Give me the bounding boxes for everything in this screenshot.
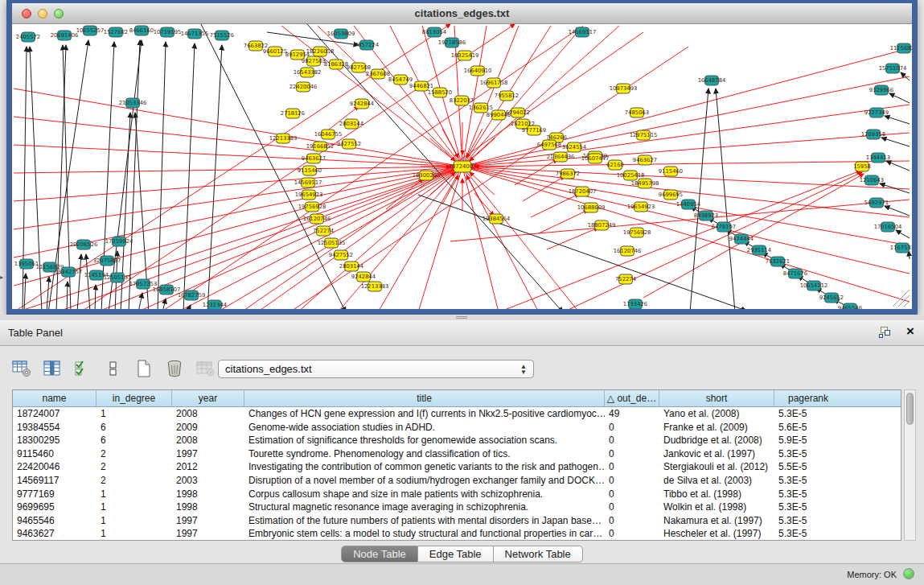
graph-node[interactable]: 2367608 <box>366 69 390 79</box>
panel-divider[interactable] <box>0 315 924 320</box>
row-select-icon[interactable] <box>72 358 93 379</box>
graph-node[interactable]: 1395061 <box>14 259 39 269</box>
minimize-window-button[interactable] <box>38 9 47 19</box>
close-panel-icon[interactable]: × <box>906 324 914 339</box>
float-panel-icon[interactable] <box>879 327 892 339</box>
graph-node[interactable]: 10688609 <box>577 203 606 212</box>
graph-node[interactable]: 9660125 <box>263 47 287 56</box>
graph-node[interactable]: 6497568 <box>537 140 561 150</box>
graph-node[interactable]: 6479197 <box>712 222 736 232</box>
graph-node[interactable]: 2935114 <box>747 245 771 255</box>
new-table-icon[interactable] <box>133 358 154 379</box>
table-row[interactable]: 1456911722003Disruption of a novel membe… <box>13 474 901 488</box>
graph-node[interactable]: 16053809 <box>327 29 355 39</box>
graph-node[interactable]: 9463627 <box>302 154 326 163</box>
graph-node[interactable]: 18720407 <box>569 187 597 196</box>
graph-node[interactable]: 1362615 <box>469 103 493 113</box>
graph-node[interactable]: 1527602 <box>104 27 128 37</box>
graph-node[interactable]: 8466160 <box>129 26 154 35</box>
graph-node[interactable]: 19166852 <box>306 142 335 151</box>
graph-node[interactable]: 9827503 <box>302 56 326 66</box>
graph-node[interactable]: 16543382 <box>294 68 322 77</box>
graph-node[interactable]: 16961758 <box>480 78 508 88</box>
graph-node[interactable]: 7986372 <box>556 169 580 179</box>
graph-node[interactable]: 3624554 <box>562 142 586 152</box>
graph-node[interactable]: 16782759 <box>178 290 206 300</box>
graph-node[interactable]: 19384554 <box>483 214 511 224</box>
graph-node[interactable]: 32975887 <box>93 256 121 266</box>
graph-node[interactable]: 1232344 <box>203 300 227 309</box>
graph-node[interactable]: 19218586 <box>438 38 466 47</box>
graph-node[interactable]: 14569117 <box>569 27 597 37</box>
graph-node[interactable]: 1344413 <box>866 153 890 163</box>
graph-node[interactable]: 9474444 <box>729 234 754 244</box>
graph-node[interactable]: 9465546 <box>838 303 862 309</box>
graph-node[interactable]: 14569117 <box>294 178 322 187</box>
window-titlebar[interactable]: citations_edges.txt <box>12 3 912 24</box>
graph-node[interactable]: 12213383 <box>269 134 298 143</box>
graph-node[interactable]: 10607447 <box>581 154 610 163</box>
column-header[interactable]: name <box>13 390 97 406</box>
graph-node[interactable]: 14671355 <box>181 29 209 39</box>
tab-node-table[interactable]: Node Table <box>341 546 418 562</box>
column-header[interactable]: title <box>244 390 605 406</box>
graph-node[interactable]: 10719195 <box>154 27 182 37</box>
graph-node[interactable]: 5692971 <box>864 198 889 208</box>
graph-node[interactable]: 7857224 <box>355 40 379 50</box>
table-row[interactable]: 1872400712008Changes of HCN gene express… <box>13 407 901 421</box>
graph-node[interactable]: 16120746 <box>303 214 331 224</box>
graph-node[interactable]: 12975115 <box>630 130 658 140</box>
graph-node[interactable]: 8322037 <box>450 96 474 105</box>
tab-edge-table[interactable]: Edge Table <box>418 546 494 562</box>
graph-node[interactable]: 17359924 <box>105 237 133 246</box>
table-row[interactable]: 946554611997Estimation of the future num… <box>13 514 901 528</box>
graph-node[interactable]: 10655257 <box>76 26 105 35</box>
graph-node[interactable]: 11156829 <box>890 43 912 53</box>
table-row[interactable]: 946362711997Embryonic stem cells: a mode… <box>13 527 901 540</box>
graph-node[interactable]: 16046755 <box>314 130 343 139</box>
graph-node[interactable]: 9242844 <box>351 272 376 282</box>
graph-node[interactable]: 22420046 <box>290 82 318 92</box>
graph-node[interactable]: 9463627 <box>633 155 657 165</box>
table-row[interactable]: 1830029562008Estimation of significance … <box>13 434 901 447</box>
column-header[interactable]: △ out_de… <box>605 390 659 406</box>
collapsed-panel-arrow-icon[interactable]: ▸ <box>0 274 3 281</box>
graph-node[interactable]: 12213383 <box>361 282 389 291</box>
tab-network-table[interactable]: Network Table <box>494 546 583 562</box>
table-row[interactable]: 969969511998Structural magnetic resonanc… <box>13 501 901 514</box>
graph-node[interactable]: 8938923 <box>694 211 718 220</box>
graph-node[interactable]: 62160 <box>606 160 624 170</box>
graph-node[interactable]: 752274 <box>313 226 334 236</box>
graph-node[interactable]: 20206526 <box>70 240 98 249</box>
column-header[interactable]: short <box>659 390 774 406</box>
column-header[interactable]: pagerank <box>774 390 842 406</box>
graph-node[interactable]: 7485063 <box>625 108 649 117</box>
graph-node[interactable]: 1210643 <box>860 175 884 185</box>
graph-node[interactable]: 8471676 <box>783 269 807 278</box>
window-resize-grip-icon[interactable] <box>893 290 910 307</box>
column-header[interactable]: in_degree <box>97 390 172 406</box>
graph-node[interactable]: 13942757 <box>55 267 83 277</box>
graph-node[interactable]: 9227349 <box>864 108 889 117</box>
graph-node[interactable]: 15958 <box>853 162 871 171</box>
graph-node[interactable]: 16648784 <box>698 76 726 85</box>
table-row[interactable]: 977716911998Corpus callosum shape and si… <box>13 488 901 501</box>
graph-node[interactable]: 7632621 <box>766 257 790 266</box>
graph-node[interactable]: 752274 <box>615 274 636 284</box>
graph-node[interactable]: 1209358 <box>861 130 885 139</box>
table-row[interactable]: 911546021997Tourette syndrome. Phenomeno… <box>13 447 901 461</box>
column-visibility-icon[interactable] <box>42 358 63 379</box>
graph-node[interactable]: 16640910 <box>464 66 492 76</box>
graph-node[interactable]: 18807249 <box>588 220 616 230</box>
graph-node[interactable]: 9242844 <box>350 99 374 109</box>
graph-node[interactable]: 12505135 <box>318 238 346 248</box>
row-height-icon[interactable] <box>103 358 124 379</box>
graph-node[interactable]: 8186328 <box>324 60 348 69</box>
graph-node[interactable]: 15751074 <box>879 64 907 73</box>
delete-table-icon[interactable] <box>164 358 185 379</box>
graph-node[interactable]: 9329966 <box>869 85 893 95</box>
table-row[interactable]: 2242004622012Investigating the contribut… <box>13 460 901 474</box>
graph-node[interactable]: 10654112 <box>800 281 828 290</box>
graph-node[interactable]: 9427552 <box>337 139 361 149</box>
graph-node[interactable]: 6794022 <box>506 108 530 117</box>
